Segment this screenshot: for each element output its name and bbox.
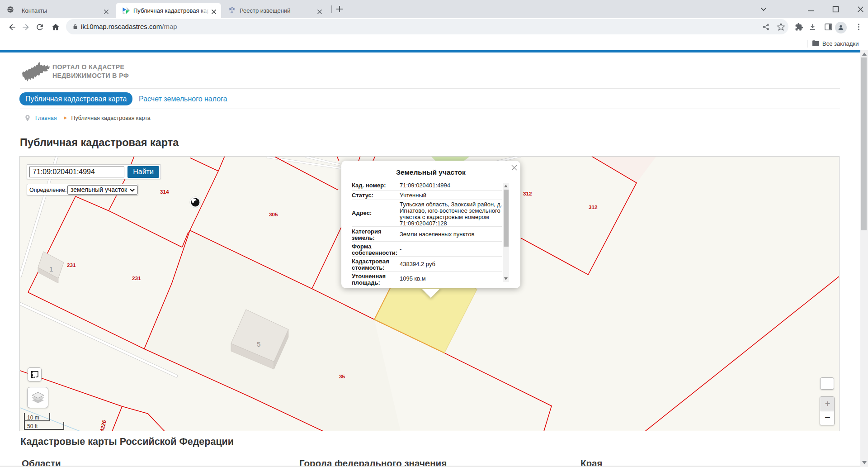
svg-text:231: 231	[67, 262, 76, 268]
svg-text:314: 314	[160, 189, 169, 195]
svg-text:1: 1	[49, 265, 53, 273]
svg-text:312: 312	[589, 204, 598, 210]
svg-text:50 ft: 50 ft	[27, 423, 38, 429]
svg-text:35: 35	[339, 373, 345, 380]
svg-text:312: 312	[523, 191, 532, 197]
svg-text:305: 305	[269, 211, 278, 218]
svg-text:5: 5	[257, 340, 260, 348]
svg-text:231: 231	[132, 275, 141, 281]
svg-text:10 m: 10 m	[27, 415, 39, 421]
